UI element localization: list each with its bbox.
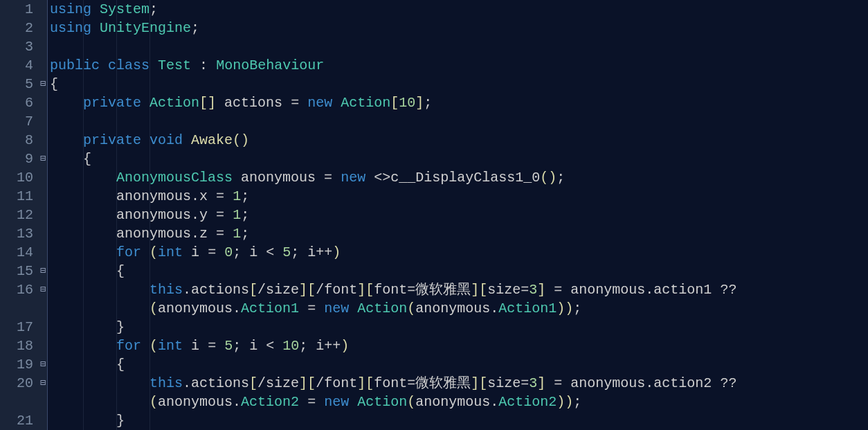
code-token: ; (291, 244, 307, 260)
code-token (208, 57, 216, 73)
fold-marker (39, 0, 47, 19)
code-line[interactable]: public class Test : MonoBehaviour (50, 56, 868, 75)
code-line[interactable]: private void Awake() (50, 131, 868, 150)
line-number: 3 (0, 37, 33, 56)
code-line[interactable]: AnonymousClass anonymous = new <>c__Disp… (50, 168, 868, 187)
code-token: size (487, 375, 521, 391)
code-line[interactable]: } (50, 411, 868, 430)
code-token: i (316, 338, 324, 354)
code-line[interactable]: using System; (50, 0, 868, 19)
line-number: 19 (0, 355, 33, 374)
code-line[interactable]: private Action[] actions = new Action[10… (50, 93, 868, 112)
code-line[interactable]: anonymous.z = 1; (50, 224, 868, 243)
code-token: [ (249, 375, 257, 391)
code-token: ; (241, 226, 249, 242)
code-token: { (83, 151, 91, 167)
code-token: int (158, 244, 183, 260)
line-number: 9 (0, 150, 33, 168)
fold-marker (39, 19, 47, 37)
code-line[interactable]: for (int i = 5; i < 10; i++) (50, 337, 868, 355)
code-token: { (116, 263, 125, 279)
fold-marker[interactable]: ⊟ (39, 262, 47, 280)
code-token (545, 282, 554, 298)
code-token: 3 (529, 282, 537, 298)
code-token (257, 338, 266, 354)
code-token (141, 244, 150, 260)
fold-marker (39, 37, 47, 56)
fold-marker (39, 411, 47, 430)
code-token: anonymous (116, 207, 191, 223)
code-token: [ (390, 95, 399, 111)
code-token (274, 244, 282, 260)
code-token: 0 (224, 244, 233, 260)
code-token (208, 188, 216, 204)
code-token: i (249, 244, 257, 260)
code-token: /size (257, 282, 299, 298)
code-token: . (490, 394, 498, 410)
code-token: ][ (471, 375, 487, 391)
code-token: { (50, 76, 58, 92)
fold-marker[interactable]: ⊟ (39, 150, 47, 168)
code-token: . (191, 207, 199, 223)
code-line[interactable]: this.actions[/size][/font][font=微软雅黑][si… (50, 374, 868, 393)
code-token: y (199, 207, 208, 223)
line-number: 11 (0, 187, 33, 206)
fold-marker[interactable]: ⊟ (39, 75, 47, 93)
code-token (208, 207, 216, 223)
code-token: ] (415, 95, 424, 111)
code-token: 1 (233, 207, 241, 223)
code-token (332, 170, 341, 186)
code-line[interactable]: { (50, 355, 868, 374)
code-line[interactable] (50, 37, 868, 56)
code-token: 10 (282, 338, 299, 354)
fold-marker (39, 56, 47, 75)
code-token (216, 244, 224, 260)
fold-marker[interactable]: ⊟ (39, 355, 47, 374)
code-token: ( (407, 301, 415, 316)
code-line[interactable]: using UnityEngine; (50, 19, 868, 37)
code-token: Action1 (498, 301, 557, 316)
code-token: ( (407, 394, 415, 410)
code-token: UnityEngine (100, 20, 191, 36)
code-token: int (158, 338, 183, 354)
code-line[interactable]: for (int i = 0; i < 5; i++) (50, 243, 868, 262)
code-line[interactable]: (anonymous.Action2 = new Action(anonymou… (50, 393, 868, 411)
code-token: anonymous (415, 301, 490, 316)
code-line[interactable]: } (50, 318, 868, 337)
code-line[interactable]: { (50, 262, 868, 280)
code-token: /font (316, 375, 357, 391)
fold-marker (39, 224, 47, 243)
code-token (224, 207, 233, 223)
code-token: ; (233, 338, 249, 354)
code-token: < (266, 244, 274, 260)
code-token (224, 188, 233, 204)
code-line[interactable]: (anonymous.Action1 = new Action(anonymou… (50, 299, 868, 318)
code-token: . (233, 394, 241, 410)
code-token: ; (241, 207, 249, 223)
code-token: ( (150, 244, 158, 260)
code-token: Action (357, 394, 407, 410)
code-token: ( (150, 338, 158, 354)
code-token (183, 132, 191, 148)
code-line[interactable]: { (50, 150, 868, 168)
code-token: for (116, 338, 141, 354)
code-token: class (108, 57, 150, 73)
code-token (274, 338, 282, 354)
code-line[interactable] (50, 112, 868, 131)
code-line[interactable]: this.actions[/size][/font][font=微软雅黑][si… (50, 280, 868, 299)
code-token: action1 (653, 282, 712, 298)
line-number: 1 (0, 0, 33, 19)
fold-marker[interactable]: ⊟ (39, 374, 47, 393)
code-line[interactable]: { (50, 75, 868, 93)
code-token: ][ (471, 282, 487, 298)
code-token: ] (537, 375, 545, 391)
fold-marker[interactable]: ⊟ (39, 280, 47, 299)
code-token (365, 170, 374, 186)
code-token: [] (199, 95, 216, 111)
code-editor-area[interactable]: using System;using UnityEngine;public cl… (47, 0, 868, 430)
code-line[interactable]: anonymous.y = 1; (50, 206, 868, 224)
code-token: ; (299, 338, 316, 354)
code-token: <> (374, 170, 390, 186)
code-line[interactable]: anonymous.x = 1; (50, 187, 868, 206)
code-token: ) (332, 244, 341, 260)
